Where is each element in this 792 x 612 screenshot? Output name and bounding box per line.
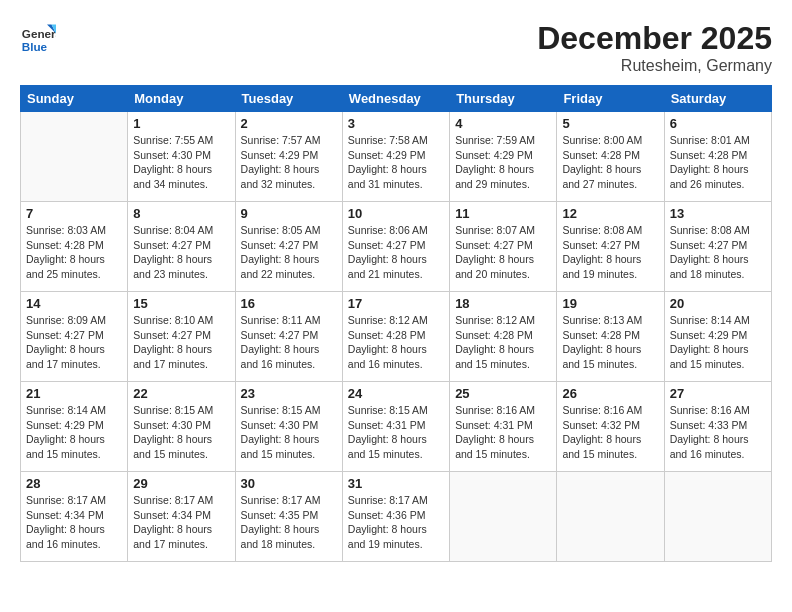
day-number: 15 [133, 296, 229, 311]
calendar-cell: 15Sunrise: 8:10 AM Sunset: 4:27 PM Dayli… [128, 292, 235, 382]
calendar-cell: 22Sunrise: 8:15 AM Sunset: 4:30 PM Dayli… [128, 382, 235, 472]
day-number: 17 [348, 296, 444, 311]
day-info: Sunrise: 8:05 AM Sunset: 4:27 PM Dayligh… [241, 223, 337, 282]
calendar-cell: 31Sunrise: 8:17 AM Sunset: 4:36 PM Dayli… [342, 472, 449, 562]
day-info: Sunrise: 8:07 AM Sunset: 4:27 PM Dayligh… [455, 223, 551, 282]
day-number: 13 [670, 206, 766, 221]
weekday-header-thursday: Thursday [450, 86, 557, 112]
day-number: 12 [562, 206, 658, 221]
title-section: December 2025 Rutesheim, Germany [537, 20, 772, 75]
weekday-header-row: SundayMondayTuesdayWednesdayThursdayFrid… [21, 86, 772, 112]
calendar-cell: 2Sunrise: 7:57 AM Sunset: 4:29 PM Daylig… [235, 112, 342, 202]
day-number: 28 [26, 476, 122, 491]
calendar-week-row: 14Sunrise: 8:09 AM Sunset: 4:27 PM Dayli… [21, 292, 772, 382]
day-info: Sunrise: 8:17 AM Sunset: 4:34 PM Dayligh… [133, 493, 229, 552]
day-number: 10 [348, 206, 444, 221]
day-number: 31 [348, 476, 444, 491]
day-number: 3 [348, 116, 444, 131]
weekday-header-wednesday: Wednesday [342, 86, 449, 112]
day-info: Sunrise: 8:17 AM Sunset: 4:36 PM Dayligh… [348, 493, 444, 552]
day-number: 2 [241, 116, 337, 131]
day-info: Sunrise: 8:15 AM Sunset: 4:31 PM Dayligh… [348, 403, 444, 462]
day-number: 11 [455, 206, 551, 221]
calendar-cell: 4Sunrise: 7:59 AM Sunset: 4:29 PM Daylig… [450, 112, 557, 202]
day-number: 22 [133, 386, 229, 401]
day-info: Sunrise: 8:13 AM Sunset: 4:28 PM Dayligh… [562, 313, 658, 372]
day-number: 19 [562, 296, 658, 311]
calendar-cell: 7Sunrise: 8:03 AM Sunset: 4:28 PM Daylig… [21, 202, 128, 292]
calendar-cell: 24Sunrise: 8:15 AM Sunset: 4:31 PM Dayli… [342, 382, 449, 472]
day-number: 4 [455, 116, 551, 131]
day-info: Sunrise: 7:57 AM Sunset: 4:29 PM Dayligh… [241, 133, 337, 192]
calendar-week-row: 1Sunrise: 7:55 AM Sunset: 4:30 PM Daylig… [21, 112, 772, 202]
weekday-header-friday: Friday [557, 86, 664, 112]
calendar-week-row: 28Sunrise: 8:17 AM Sunset: 4:34 PM Dayli… [21, 472, 772, 562]
svg-text:Blue: Blue [22, 40, 48, 53]
calendar-cell: 10Sunrise: 8:06 AM Sunset: 4:27 PM Dayli… [342, 202, 449, 292]
day-info: Sunrise: 8:16 AM Sunset: 4:33 PM Dayligh… [670, 403, 766, 462]
calendar-cell: 3Sunrise: 7:58 AM Sunset: 4:29 PM Daylig… [342, 112, 449, 202]
calendar-cell: 5Sunrise: 8:00 AM Sunset: 4:28 PM Daylig… [557, 112, 664, 202]
calendar-cell: 11Sunrise: 8:07 AM Sunset: 4:27 PM Dayli… [450, 202, 557, 292]
day-number: 18 [455, 296, 551, 311]
day-number: 20 [670, 296, 766, 311]
day-info: Sunrise: 8:15 AM Sunset: 4:30 PM Dayligh… [241, 403, 337, 462]
day-number: 7 [26, 206, 122, 221]
calendar-week-row: 21Sunrise: 8:14 AM Sunset: 4:29 PM Dayli… [21, 382, 772, 472]
day-info: Sunrise: 7:55 AM Sunset: 4:30 PM Dayligh… [133, 133, 229, 192]
weekday-header-tuesday: Tuesday [235, 86, 342, 112]
day-info: Sunrise: 8:12 AM Sunset: 4:28 PM Dayligh… [348, 313, 444, 372]
weekday-header-saturday: Saturday [664, 86, 771, 112]
calendar-table: SundayMondayTuesdayWednesdayThursdayFrid… [20, 85, 772, 562]
day-number: 21 [26, 386, 122, 401]
calendar-cell: 13Sunrise: 8:08 AM Sunset: 4:27 PM Dayli… [664, 202, 771, 292]
day-info: Sunrise: 7:58 AM Sunset: 4:29 PM Dayligh… [348, 133, 444, 192]
day-number: 14 [26, 296, 122, 311]
calendar-cell: 8Sunrise: 8:04 AM Sunset: 4:27 PM Daylig… [128, 202, 235, 292]
day-info: Sunrise: 8:17 AM Sunset: 4:35 PM Dayligh… [241, 493, 337, 552]
calendar-cell: 29Sunrise: 8:17 AM Sunset: 4:34 PM Dayli… [128, 472, 235, 562]
day-info: Sunrise: 8:16 AM Sunset: 4:31 PM Dayligh… [455, 403, 551, 462]
day-number: 9 [241, 206, 337, 221]
weekday-header-sunday: Sunday [21, 86, 128, 112]
day-info: Sunrise: 8:14 AM Sunset: 4:29 PM Dayligh… [26, 403, 122, 462]
day-info: Sunrise: 8:09 AM Sunset: 4:27 PM Dayligh… [26, 313, 122, 372]
day-number: 27 [670, 386, 766, 401]
calendar-cell: 6Sunrise: 8:01 AM Sunset: 4:28 PM Daylig… [664, 112, 771, 202]
calendar-cell: 19Sunrise: 8:13 AM Sunset: 4:28 PM Dayli… [557, 292, 664, 382]
calendar-cell: 18Sunrise: 8:12 AM Sunset: 4:28 PM Dayli… [450, 292, 557, 382]
day-number: 24 [348, 386, 444, 401]
calendar-cell [664, 472, 771, 562]
svg-text:General: General [22, 27, 56, 40]
day-number: 16 [241, 296, 337, 311]
calendar-cell: 17Sunrise: 8:12 AM Sunset: 4:28 PM Dayli… [342, 292, 449, 382]
location-subtitle: Rutesheim, Germany [537, 57, 772, 75]
calendar-cell: 25Sunrise: 8:16 AM Sunset: 4:31 PM Dayli… [450, 382, 557, 472]
day-number: 5 [562, 116, 658, 131]
day-info: Sunrise: 8:04 AM Sunset: 4:27 PM Dayligh… [133, 223, 229, 282]
page-header: General Blue December 2025 Rutesheim, Ge… [20, 20, 772, 75]
month-title: December 2025 [537, 20, 772, 57]
calendar-cell: 1Sunrise: 7:55 AM Sunset: 4:30 PM Daylig… [128, 112, 235, 202]
day-number: 26 [562, 386, 658, 401]
calendar-cell: 23Sunrise: 8:15 AM Sunset: 4:30 PM Dayli… [235, 382, 342, 472]
day-info: Sunrise: 8:11 AM Sunset: 4:27 PM Dayligh… [241, 313, 337, 372]
calendar-cell: 16Sunrise: 8:11 AM Sunset: 4:27 PM Dayli… [235, 292, 342, 382]
day-info: Sunrise: 8:06 AM Sunset: 4:27 PM Dayligh… [348, 223, 444, 282]
logo: General Blue [20, 20, 60, 56]
calendar-cell: 14Sunrise: 8:09 AM Sunset: 4:27 PM Dayli… [21, 292, 128, 382]
calendar-cell [450, 472, 557, 562]
day-info: Sunrise: 7:59 AM Sunset: 4:29 PM Dayligh… [455, 133, 551, 192]
calendar-cell [21, 112, 128, 202]
calendar-cell: 26Sunrise: 8:16 AM Sunset: 4:32 PM Dayli… [557, 382, 664, 472]
day-number: 30 [241, 476, 337, 491]
day-number: 23 [241, 386, 337, 401]
day-info: Sunrise: 8:01 AM Sunset: 4:28 PM Dayligh… [670, 133, 766, 192]
calendar-cell: 12Sunrise: 8:08 AM Sunset: 4:27 PM Dayli… [557, 202, 664, 292]
day-info: Sunrise: 8:17 AM Sunset: 4:34 PM Dayligh… [26, 493, 122, 552]
day-info: Sunrise: 8:03 AM Sunset: 4:28 PM Dayligh… [26, 223, 122, 282]
calendar-cell: 20Sunrise: 8:14 AM Sunset: 4:29 PM Dayli… [664, 292, 771, 382]
day-info: Sunrise: 8:10 AM Sunset: 4:27 PM Dayligh… [133, 313, 229, 372]
day-number: 25 [455, 386, 551, 401]
day-number: 6 [670, 116, 766, 131]
